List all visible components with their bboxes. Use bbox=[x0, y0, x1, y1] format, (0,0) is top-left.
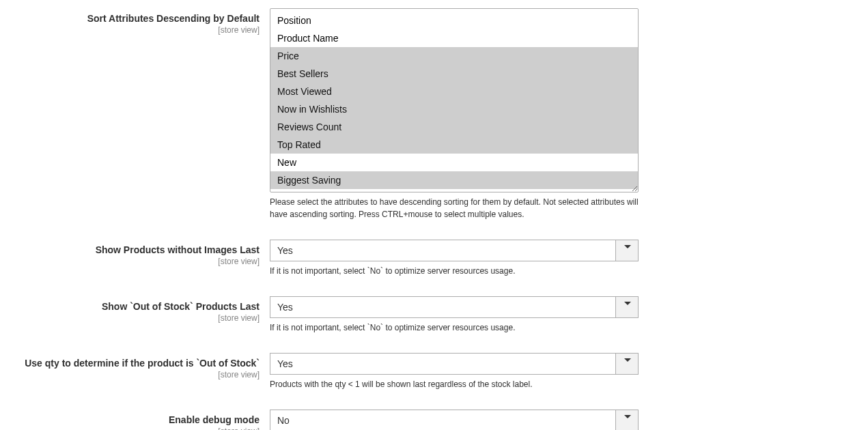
field-col: PositionProduct NamePriceBest SellersMos… bbox=[270, 8, 639, 220]
row-sort-attributes-descending: Sort Attributes Descending by Default [s… bbox=[0, 8, 868, 220]
use-qty-select[interactable]: YesNo bbox=[270, 353, 639, 375]
select-wrapper: YesNo bbox=[270, 410, 639, 430]
field-note: Products with the qty < 1 will be shown … bbox=[270, 378, 639, 390]
multiselect-option[interactable]: Most Viewed bbox=[270, 83, 638, 100]
scope-label: [store view] bbox=[0, 427, 260, 430]
label-col: Sort Attributes Descending by Default [s… bbox=[0, 8, 270, 220]
field-col: YesNo If it is not important, select `No… bbox=[270, 296, 639, 334]
field-label: Use qty to determine if the product is `… bbox=[0, 357, 260, 369]
select-wrapper: YesNo bbox=[270, 240, 639, 261]
field-label: Enable debug mode bbox=[0, 414, 260, 426]
multiselect-option[interactable]: Price bbox=[270, 47, 638, 65]
multiselect-option[interactable]: Reviews Count bbox=[270, 118, 638, 136]
field-col: YesNo If it is not important, select `No… bbox=[270, 240, 639, 277]
label-col: Enable debug mode [store view] bbox=[0, 410, 270, 430]
field-label: Show Products without Images Last bbox=[0, 244, 260, 256]
field-col: YesNo Products with the qty < 1 will be … bbox=[270, 353, 639, 390]
images-last-select[interactable]: YesNo bbox=[270, 240, 639, 261]
field-note: If it is not important, select `No` to o… bbox=[270, 265, 639, 277]
oos-last-select[interactable]: YesNo bbox=[270, 296, 639, 318]
debug-select[interactable]: YesNo bbox=[270, 410, 639, 430]
multiselect-option[interactable]: New bbox=[270, 154, 638, 171]
field-label: Sort Attributes Descending by Default bbox=[0, 12, 260, 25]
row-use-qty: Use qty to determine if the product is `… bbox=[0, 353, 868, 390]
select-wrapper: YesNo bbox=[270, 296, 639, 318]
field-note: Please select the attributes to have des… bbox=[270, 196, 639, 220]
multiselect-option[interactable]: Biggest Saving bbox=[270, 171, 638, 189]
sort-attributes-multiselect[interactable]: PositionProduct NamePriceBest SellersMos… bbox=[270, 8, 639, 192]
multiselect-option[interactable]: Best Sellers bbox=[270, 65, 638, 83]
label-col: Show Products without Images Last [store… bbox=[0, 240, 270, 277]
row-oos-last: Show `Out of Stock` Products Last [store… bbox=[0, 296, 868, 334]
row-debug-mode: Enable debug mode [store view] YesNo bbox=[0, 410, 868, 430]
scope-label: [store view] bbox=[0, 257, 260, 266]
row-images-last: Show Products without Images Last [store… bbox=[0, 240, 868, 277]
field-col: YesNo bbox=[270, 410, 639, 430]
field-note: If it is not important, select `No` to o… bbox=[270, 321, 639, 334]
label-col: Show `Out of Stock` Products Last [store… bbox=[0, 296, 270, 334]
multiselect-option[interactable]: Top Rated bbox=[270, 136, 638, 154]
multiselect-option[interactable]: Now in Wishlists bbox=[270, 100, 638, 118]
multiselect-option[interactable]: Product Name bbox=[270, 29, 638, 47]
field-label: Show `Out of Stock` Products Last bbox=[0, 300, 260, 313]
scope-label: [store view] bbox=[0, 313, 260, 323]
scope-label: [store view] bbox=[0, 370, 260, 379]
select-wrapper: YesNo bbox=[270, 353, 639, 375]
label-col: Use qty to determine if the product is `… bbox=[0, 353, 270, 390]
multiselect-option[interactable]: Position bbox=[270, 12, 638, 29]
scope-label: [store view] bbox=[0, 25, 260, 35]
